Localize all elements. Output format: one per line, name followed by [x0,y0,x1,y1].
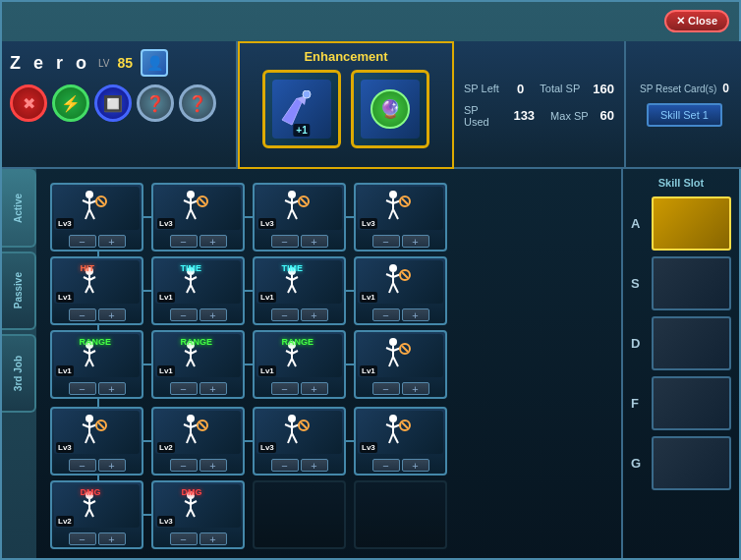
skill-btn-minus-r3-c0[interactable]: − [69,459,96,472]
skill-btn-plus-r0-c0[interactable]: + [98,235,126,248]
char-btn-gray2[interactable]: ❓ [179,84,216,122]
skill-card-r3-c2[interactable]: Lv3−+ [253,407,346,476]
skill-card-r4-c1[interactable]: DMGLv3−+ [151,480,245,549]
skill-card-r3-c0[interactable]: Lv3−+ [50,407,143,476]
sp-reset-value: 0 [722,82,729,95]
skill-btn-minus-r1-c0[interactable]: − [69,308,96,321]
skill-card-r2-c2[interactable]: RANGELv1−+ [253,330,346,399]
sp-panel: SP Left 0 Total SP 160 SP Used 133 Max S… [454,41,626,169]
skill-btn-plus-r4-c0[interactable]: + [98,532,126,545]
svg-point-8 [187,191,195,198]
skill-btn-minus-r0-c0[interactable]: − [69,235,96,248]
skill-btn-plus-r2-c3[interactable]: + [402,382,429,395]
gem-slot[interactable]: 🔮 [351,70,429,148]
skill-btn-minus-r2-c1[interactable]: − [170,382,198,395]
slot-a-box[interactable] [652,196,731,251]
skill-btn-plus-r3-c3[interactable]: + [402,459,429,472]
char-btn-gray1[interactable]: ❓ [137,84,174,122]
sp-reset-panel: SP Reset Card(s) 0 Skill Set 1 [626,41,741,169]
skill-btn-plus-r1-c1[interactable]: + [200,308,227,321]
skill-btn-minus-r0-c2[interactable]: − [271,235,299,248]
skill-lv-r3-c3: Lv3 [360,442,377,453]
skill-card-r4-c0[interactable]: DMGLv2−+ [50,480,143,549]
skill-btn-plus-r2-c0[interactable]: + [98,382,126,395]
skill-set-button[interactable]: Skill Set 1 [647,103,722,127]
svg-line-104 [389,433,393,443]
skill-controls-r1-c0: −+ [69,308,126,321]
skill-btn-plus-r3-c2[interactable]: + [301,459,328,472]
skill-btn-minus-r4-c0[interactable]: − [69,532,96,545]
skill-card-r4-c2[interactable] [253,480,346,549]
character-panel: Z e r o LV 85 👤 ✖ ⚡ 🔲 ❓ ❓ [2,41,238,169]
skill-card-r4-c3[interactable] [354,480,447,549]
skill-card-r1-c2[interactable]: TIMELv1−+ [253,256,346,325]
slot-f-box[interactable] [652,376,731,430]
skill-icon-r2-c0: RANGELv1 [54,334,140,377]
svg-line-13 [191,209,196,219]
skill-btn-minus-r1-c2[interactable]: − [271,308,299,321]
slot-g-box[interactable] [652,436,731,490]
char-portrait-icon[interactable]: 👤 [141,49,168,77]
skill-btn-minus-r3-c1[interactable]: − [170,459,198,472]
tab-passive[interactable]: Passive [2,252,36,330]
skill-card-r0-c2[interactable]: Lv3−+ [253,183,346,252]
svg-line-111 [86,509,89,517]
svg-point-47 [389,264,397,272]
skill-lv-r2-c3: Lv1 [360,365,377,376]
skill-btn-plus-r2-c2[interactable]: + [301,382,328,395]
skill-btn-plus-r0-c1[interactable]: + [200,235,227,248]
skill-card-r2-c0[interactable]: RANGELv1−+ [50,330,143,399]
skill-btn-minus-r3-c2[interactable]: − [271,459,299,472]
skill-btn-minus-r1-c1[interactable]: − [170,308,198,321]
char-btn-green[interactable]: ⚡ [52,84,89,122]
skill-btn-minus-r3-c3[interactable]: − [372,459,400,472]
slot-d-row: D [631,316,731,370]
skill-lv-r1-c2: Lv1 [258,292,276,303]
enhance-plus-label: +1 [293,124,310,137]
skill-row-0: Lv3−+Lv3−+Lv3−+Lv3−+ [50,183,607,252]
skill-btn-minus-r2-c3[interactable]: − [372,382,400,395]
svg-line-6 [89,209,94,219]
skill-btn-minus-r2-c2[interactable]: − [271,382,299,395]
skill-card-r0-c1[interactable]: Lv3−+ [151,183,245,252]
skill-btn-plus-r3-c0[interactable]: + [98,459,126,472]
skill-icon-r3-c0: Lv3 [54,411,140,454]
skill-card-r2-c3[interactable]: Lv1−+ [354,330,447,399]
weapon-slot[interactable]: +1 [262,70,341,148]
skill-card-r0-c3[interactable]: Lv3−+ [354,183,447,252]
skill-card-r1-c1[interactable]: TIMELv1−+ [151,256,245,325]
skill-card-r1-c0[interactable]: HITLv1−+ [50,256,143,325]
close-button[interactable]: ✕ Close [664,10,729,32]
char-btn-blue[interactable]: 🔲 [94,84,132,122]
svg-line-64 [187,359,191,366]
skill-btn-plus-r1-c0[interactable]: + [98,308,126,321]
skill-btn-minus-r0-c1[interactable]: − [170,235,198,248]
skill-btn-plus-r4-c1[interactable]: + [200,532,227,545]
skill-btn-plus-r1-c2[interactable]: + [301,308,328,321]
skills-container: Lv3−+Lv3−+Lv3−+Lv3−+HITLv1−+TIMELv1−+TIM… [46,179,611,548]
skill-btn-minus-r1-c3[interactable]: − [372,308,400,321]
skill-card-r3-c3[interactable]: Lv3−+ [354,407,447,476]
sp-reset-row: SP Reset Card(s) 0 [640,82,729,95]
svg-point-86 [187,415,195,422]
skill-controls-r1-c1: −+ [170,308,227,321]
skill-card-r0-c0[interactable]: Lv3−+ [50,183,143,252]
tab-3rdjob[interactable]: 3rd Job [2,334,36,413]
skill-btn-minus-r2-c0[interactable]: − [69,382,96,395]
skill-card-r1-c3[interactable]: Lv1−+ [354,256,447,325]
skill-btn-plus-r0-c3[interactable]: + [402,235,429,248]
skill-btn-plus-r3-c1[interactable]: + [200,459,227,472]
skill-btn-minus-r4-c1[interactable]: − [170,532,198,545]
weapon-icon [277,89,326,129]
slot-s-box[interactable] [652,256,731,310]
skill-card-r2-c1[interactable]: RANGELv1−+ [151,330,245,399]
tab-active[interactable]: Active [2,169,36,248]
skill-btn-plus-r0-c2[interactable]: + [301,235,328,248]
sp-left-label: SP Left [464,83,509,94]
skill-card-r3-c1[interactable]: Lv2−+ [151,407,245,476]
char-btn-red[interactable]: ✖ [10,84,47,122]
skill-btn-plus-r2-c1[interactable]: + [200,382,227,395]
skill-btn-minus-r0-c3[interactable]: − [372,235,400,248]
skill-btn-plus-r1-c3[interactable]: + [402,308,429,321]
slot-d-box[interactable] [652,316,731,370]
